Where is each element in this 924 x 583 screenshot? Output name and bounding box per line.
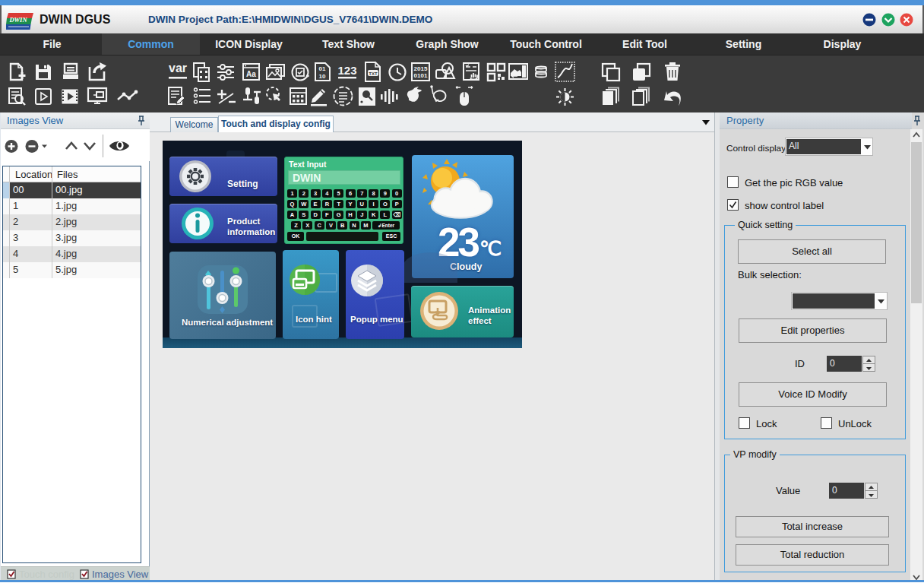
svg-text:123: 123 — [337, 64, 356, 77]
svg-text:01: 01 — [319, 65, 326, 72]
svg-text:2015: 2015 — [414, 65, 428, 72]
svg-text:DWIN: DWIN — [8, 16, 27, 24]
svg-text:var: var — [169, 62, 187, 74]
svg-text:Aa: Aa — [246, 70, 256, 78]
svg-text:0101: 0101 — [414, 72, 428, 79]
svg-text:10: 10 — [319, 73, 326, 80]
svg-text:TXT: TXT — [369, 71, 378, 76]
